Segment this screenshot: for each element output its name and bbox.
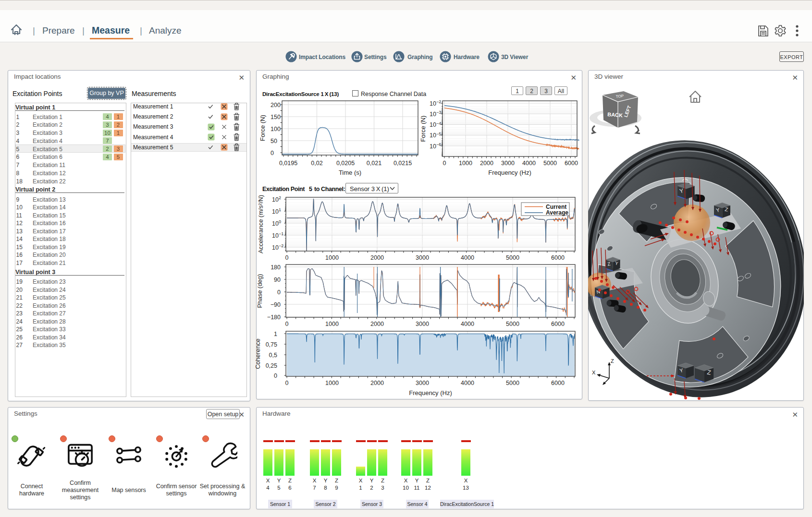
svg-text:1000: 1000 — [325, 254, 339, 261]
svg-text:3000: 3000 — [416, 321, 429, 327]
svg-text:10−2: 10−2 — [430, 99, 441, 107]
svg-text:Frequency (Hz): Frequency (Hz) — [409, 389, 452, 397]
svg-text:5000: 5000 — [543, 160, 557, 167]
svg-text:3000: 3000 — [416, 254, 429, 261]
svg-text:0: 0 — [443, 160, 446, 167]
svg-text:10−6: 10−6 — [430, 142, 441, 150]
svg-text:0,75: 0,75 — [266, 341, 277, 348]
svg-text:10−4: 10−4 — [430, 121, 441, 129]
svg-text:2000: 2000 — [370, 254, 384, 261]
svg-text:5000: 5000 — [506, 254, 519, 261]
svg-text:0: 0 — [285, 380, 289, 386]
svg-text:100: 100 — [272, 219, 281, 227]
svg-text:Z: Z — [611, 358, 614, 364]
svg-text:0: 0 — [277, 289, 281, 296]
svg-text:0: 0 — [285, 254, 289, 261]
svg-text:Accelerance (m/s²/N): Accelerance (m/s²/N) — [257, 195, 264, 253]
svg-text:0,25: 0,25 — [266, 362, 277, 369]
svg-text:X: X — [592, 370, 596, 375]
svg-text:90: 90 — [274, 277, 281, 283]
svg-text:Phase (deg): Phase (deg) — [256, 274, 263, 308]
svg-text:4000: 4000 — [522, 160, 536, 167]
svg-text:5000: 5000 — [506, 380, 519, 386]
svg-text:102: 102 — [272, 195, 281, 203]
svg-text:1000: 1000 — [459, 160, 472, 167]
svg-text:180: 180 — [271, 264, 281, 271]
svg-text:4000: 4000 — [461, 380, 474, 386]
svg-text:0,0205: 0,0205 — [336, 160, 355, 167]
svg-text:Coherence: Coherence — [254, 338, 261, 369]
svg-text:TOP: TOP — [615, 94, 624, 99]
svg-text:6000: 6000 — [551, 380, 565, 386]
svg-text:1000: 1000 — [325, 380, 339, 386]
svg-text:0: 0 — [271, 150, 274, 156]
svg-text:−180: −180 — [267, 314, 281, 321]
svg-text:3000: 3000 — [416, 380, 429, 386]
svg-text:Average: Average — [546, 209, 568, 216]
svg-text:10−5: 10−5 — [430, 132, 441, 139]
svg-text:10−2: 10−2 — [272, 243, 283, 251]
svg-text:100: 100 — [271, 126, 281, 132]
svg-text:0,0195: 0,0195 — [279, 160, 297, 167]
svg-text:0: 0 — [274, 373, 277, 379]
svg-text:Force (N): Force (N) — [259, 115, 266, 141]
svg-text:10−1: 10−1 — [272, 231, 283, 239]
svg-text:0,021: 0,021 — [367, 160, 381, 167]
svg-text:0,02: 0,02 — [311, 160, 322, 167]
svg-text:6000: 6000 — [565, 160, 578, 167]
svg-text:Time (s): Time (s) — [339, 169, 361, 176]
svg-text:6000: 6000 — [551, 321, 565, 327]
svg-text:Frequency (Hz): Frequency (Hz) — [488, 169, 531, 176]
svg-text:3000: 3000 — [501, 160, 515, 167]
svg-text:4000: 4000 — [461, 254, 474, 261]
svg-text:10−3: 10−3 — [430, 110, 441, 118]
svg-text:2000: 2000 — [480, 160, 493, 167]
svg-text:Force (N): Force (N) — [419, 116, 427, 142]
svg-text:101: 101 — [272, 207, 281, 215]
svg-text:0,5: 0,5 — [269, 352, 277, 359]
svg-text:6000: 6000 — [551, 254, 565, 261]
svg-text:1000: 1000 — [325, 321, 339, 327]
svg-text:50: 50 — [271, 138, 277, 144]
svg-text:200: 200 — [271, 102, 281, 108]
svg-text:BACK: BACK — [607, 111, 623, 118]
svg-text:1: 1 — [274, 331, 277, 337]
svg-text:5000: 5000 — [506, 321, 519, 327]
svg-text:150: 150 — [271, 114, 281, 120]
svg-text:0: 0 — [285, 321, 289, 327]
svg-text:−90: −90 — [271, 301, 281, 308]
svg-text:2000: 2000 — [370, 321, 384, 327]
svg-text:0,0215: 0,0215 — [394, 160, 412, 167]
svg-text:2000: 2000 — [370, 380, 384, 386]
svg-text:4000: 4000 — [461, 321, 474, 327]
